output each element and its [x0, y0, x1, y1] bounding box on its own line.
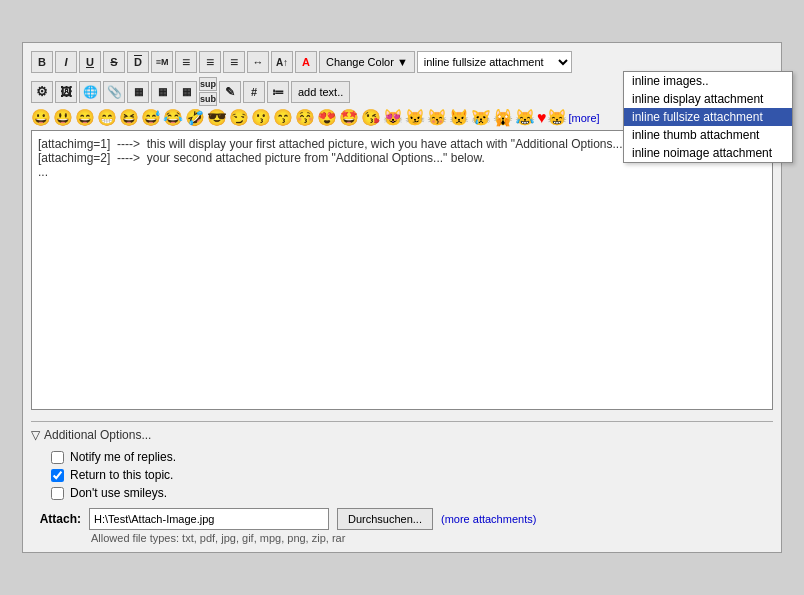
change-color-dropdown-icon: ▼	[397, 56, 408, 68]
notify-checkbox-row[interactable]: Notify me of replies.	[51, 450, 773, 464]
notify-label: Notify me of replies.	[70, 450, 176, 464]
smiley-20[interactable]: 😿	[471, 110, 491, 126]
attachment-button[interactable]: 📎	[103, 81, 125, 103]
code-button[interactable]: ✎	[219, 81, 241, 103]
smiley-17[interactable]: 😼	[405, 110, 425, 126]
dropdown-overlay: inline images.. inline display attachmen…	[623, 71, 793, 163]
hash-button[interactable]: #	[243, 81, 265, 103]
indent-button[interactable]: ↔	[247, 51, 269, 73]
dropdown-item-1[interactable]: inline display attachment	[624, 90, 792, 108]
options-grid: Notify me of replies. Return to this top…	[31, 450, 773, 500]
smiley-4[interactable]: 😆	[119, 110, 139, 126]
more-attachments-link[interactable]: (more attachments)	[441, 513, 536, 525]
underline-button[interactable]: U	[79, 51, 101, 73]
editor-textarea[interactable]: [attachimg=1] ----> this will display yo…	[31, 130, 773, 410]
smiley-1[interactable]: 😃	[53, 110, 73, 126]
bold-button[interactable]: B	[31, 51, 53, 73]
change-color-button[interactable]: Change Color ▼	[319, 51, 415, 73]
smiley-23[interactable]: ♥😸	[537, 110, 567, 126]
font-color-button[interactable]: A	[295, 51, 317, 73]
additional-options-section: ▽ Additional Options... Notify me of rep…	[31, 421, 773, 544]
italic-button[interactable]: I	[55, 51, 77, 73]
font-size-up-button[interactable]: A↑	[271, 51, 293, 73]
inline-image-select[interactable]: inline images.. inline display attachmen…	[417, 51, 572, 73]
smiley-3[interactable]: 😁	[97, 110, 117, 126]
smiley-13[interactable]: 😍	[317, 110, 337, 126]
smiley-8[interactable]: 😎	[207, 110, 227, 126]
smiley-10[interactable]: 😗	[251, 110, 271, 126]
settings-button[interactable]: ⚙	[31, 81, 53, 103]
additional-options-label: Additional Options...	[44, 428, 151, 442]
add-text-button[interactable]: add text..	[291, 81, 350, 103]
smiley-21[interactable]: 🙀	[493, 110, 513, 126]
add-text-label: add text..	[298, 86, 343, 98]
smiley-19[interactable]: 😾	[449, 110, 469, 126]
smiley-11[interactable]: 😙	[273, 110, 293, 126]
attach-row: Attach: Durchsuchen... (more attachments…	[31, 508, 773, 530]
align-left-button[interactable]: ≡	[175, 51, 197, 73]
smiley-9[interactable]: 😏	[229, 110, 249, 126]
link-button[interactable]: 🌐	[79, 81, 101, 103]
collapse-icon: ▽	[31, 428, 40, 442]
smiley-12[interactable]: 😚	[295, 110, 315, 126]
change-color-label: Change Color	[326, 56, 394, 68]
dropdown-item-0[interactable]: inline images..	[624, 72, 792, 90]
smiley-18[interactable]: 😽	[427, 110, 447, 126]
smiley-7[interactable]: 🤣	[185, 110, 205, 126]
align-m-button[interactable]: ≡M	[151, 51, 173, 73]
align-right-button[interactable]: ≡	[223, 51, 245, 73]
smiley-15[interactable]: 😘	[361, 110, 381, 126]
strikethrough-button[interactable]: S	[103, 51, 125, 73]
editor-container: B I U S D ≡M ≡ ≡ ≡ ↔ A↑ A Change Color ▼…	[22, 42, 782, 553]
attach-input[interactable]	[89, 508, 329, 530]
smiley-0[interactable]: 😀	[31, 110, 51, 126]
more-smileys-link[interactable]: [more]	[569, 112, 600, 124]
smiley-14[interactable]: 🤩	[339, 110, 359, 126]
return-checkbox[interactable]	[51, 469, 64, 482]
no-smileys-checkbox-row[interactable]: Don't use smileys.	[51, 486, 773, 500]
dropdown-item-3[interactable]: inline thumb attachment	[624, 126, 792, 144]
align-center-button[interactable]: ≡	[199, 51, 221, 73]
sup-button[interactable]: sup	[199, 77, 217, 91]
table1-button[interactable]: ▦	[127, 81, 149, 103]
smiley-6[interactable]: 😂	[163, 110, 183, 126]
browse-label: Durchsuchen...	[348, 513, 422, 525]
delete-d-button[interactable]: D	[127, 51, 149, 73]
dropdown-item-4[interactable]: inline noimage attachment	[624, 144, 792, 162]
image-button[interactable]: 🖼	[55, 81, 77, 103]
table2-button[interactable]: ▦	[151, 81, 173, 103]
browse-button[interactable]: Durchsuchen...	[337, 508, 433, 530]
smiley-16[interactable]: 😻	[383, 110, 403, 126]
dropdown-item-2[interactable]: inline fullsize attachment	[624, 108, 792, 126]
return-checkbox-row[interactable]: Return to this topic.	[51, 468, 773, 482]
notify-checkbox[interactable]	[51, 451, 64, 464]
list-button[interactable]: ≔	[267, 81, 289, 103]
toolbar-row-1: B I U S D ≡M ≡ ≡ ≡ ↔ A↑ A Change Color ▼…	[31, 51, 773, 73]
return-label: Return to this topic.	[70, 468, 173, 482]
no-smileys-label: Don't use smileys.	[70, 486, 167, 500]
smiley-22[interactable]: 😹	[515, 110, 535, 126]
smiley-2[interactable]: 😄	[75, 110, 95, 126]
allowed-types: Allowed file types: txt, pdf, jpg, gif, …	[31, 532, 773, 544]
sub-button[interactable]: sub	[199, 92, 217, 106]
sub-sup-group: sup sub	[199, 77, 217, 106]
table3-button[interactable]: ▦	[175, 81, 197, 103]
smiley-5[interactable]: 😅	[141, 110, 161, 126]
no-smileys-checkbox[interactable]	[51, 487, 64, 500]
additional-options-title[interactable]: ▽ Additional Options...	[31, 428, 773, 442]
attach-label: Attach:	[31, 512, 81, 526]
